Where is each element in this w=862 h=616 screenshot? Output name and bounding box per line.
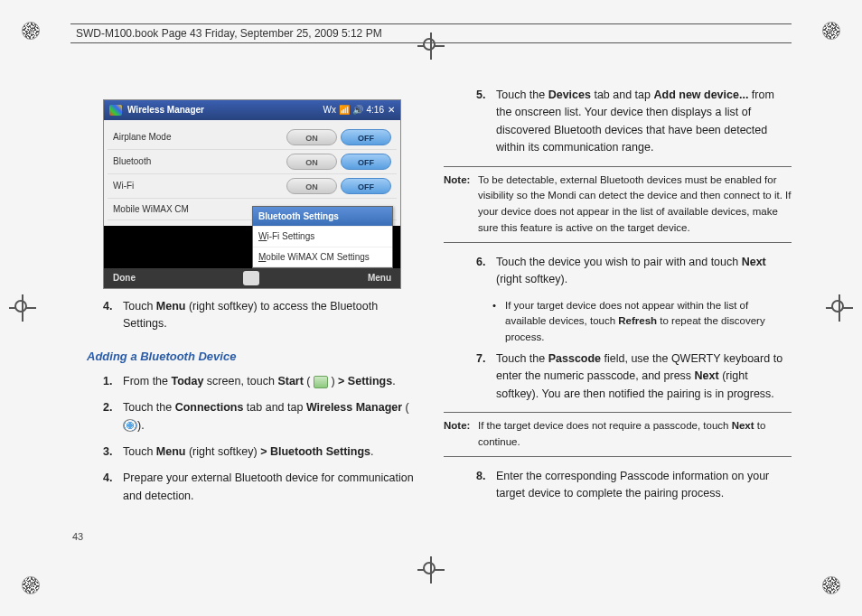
- row-label: Bluetooth: [113, 154, 283, 169]
- note-label: Note:: [444, 173, 478, 237]
- page-number: 43: [72, 531, 83, 542]
- right-column: 5. Touch the Devices tab and tap Add new…: [444, 81, 792, 553]
- screenshot-time: 4:16: [367, 103, 384, 117]
- step-number: 5.: [476, 87, 496, 157]
- crop-mark-tr: [822, 22, 840, 40]
- step-number: 2.: [103, 399, 123, 434]
- right-steps-5: 5. Touch the Devices tab and tap Add new…: [444, 87, 792, 157]
- softkey-done: Done: [113, 271, 136, 285]
- content-columns: Wireless Manager Wx 📶 🔊 4:16 ✕ Airplane …: [70, 81, 792, 553]
- crop-mark-br: [822, 576, 840, 594]
- bullet-text: If your target device does not appear wi…: [505, 298, 792, 346]
- step-2: 2. Touch the Connections tab and tap Wir…: [103, 399, 418, 434]
- note-detectable: Note: To be detectable, external Bluetoo…: [444, 166, 792, 243]
- registration-mark-left: [9, 294, 36, 322]
- registration-mark-bottom: [417, 556, 445, 583]
- step-text: Enter the corresponding Passcode informa…: [496, 468, 792, 503]
- step-text: Prepare your external Bluetooth device f…: [123, 470, 418, 505]
- note-label: Note:: [444, 418, 478, 451]
- menu-item-wifi-settings: Wi-Fi Settings: [253, 227, 392, 247]
- context-menu-popup: Bluetooth Settings Wi-Fi Settings Mobile…: [252, 206, 393, 269]
- screenshot-title-text: Wireless Manager: [127, 103, 204, 117]
- step-5: 5. Touch the Devices tab and tap Add new…: [476, 87, 792, 157]
- page-header: SWD-M100.book Page 43 Friday, September …: [70, 23, 792, 43]
- menu-item-bluetooth-settings: Bluetooth Settings: [253, 207, 392, 228]
- screenshot-titlebar: Wireless Manager Wx 📶 🔊 4:16 ✕: [104, 100, 400, 120]
- screenshot-status-area: Wx 📶 🔊 4:16 ✕: [323, 103, 395, 117]
- step-4-prepare: 4. Prepare your external Bluetooth devic…: [103, 470, 418, 505]
- section-heading: Adding a Bluetooth Device: [87, 348, 418, 366]
- step-4-menu: 4. Touch Menu (right softkey) to access …: [103, 298, 418, 333]
- adding-device-steps: 1. From the Today screen, touch Start ( …: [70, 373, 418, 505]
- step-number: 4.: [103, 470, 123, 505]
- step-text: Touch the Devices tab and tap Add new de…: [496, 87, 792, 157]
- step-number: 7.: [476, 350, 496, 403]
- steps-above-heading: 4. Touch Menu (right softkey) to access …: [70, 298, 418, 333]
- step-7: 7. Touch the Passcode field, use the QWE…: [476, 350, 792, 403]
- toggle-on: ON: [286, 154, 337, 170]
- crop-mark-tl: [22, 22, 40, 40]
- step-text: Touch the Passcode field, use the QWERTY…: [496, 350, 792, 403]
- row-wifi: Wi-Fi ON OFF: [108, 174, 397, 199]
- note-text: To be detectable, external Bluetooth dev…: [478, 173, 792, 237]
- row-airplane: Airplane Mode ON OFF: [108, 126, 397, 150]
- screenshot-footer: Done Menu: [104, 268, 400, 288]
- note-text: If the target device does not require a …: [478, 418, 792, 451]
- step-text: From the Today screen, touch Start ( ) >…: [123, 373, 418, 390]
- step-6: 6. Touch the device you wish to pair wit…: [476, 254, 792, 289]
- step-number: 8.: [476, 468, 496, 503]
- step-number: 4.: [103, 298, 123, 333]
- step-text: Touch Menu (right softkey) > Bluetooth S…: [123, 443, 418, 461]
- step-1: 1. From the Today screen, touch Start ( …: [103, 373, 418, 390]
- keyboard-icon: [243, 271, 259, 285]
- step-text: Touch the Connections tab and tap Wirele…: [123, 399, 418, 434]
- row-bluetooth: Bluetooth ON OFF: [108, 150, 397, 174]
- registration-mark-right: [826, 294, 853, 322]
- step-8: 8. Enter the corresponding Passcode info…: [476, 468, 792, 503]
- step-3: 3. Touch Menu (right softkey) > Bluetoot…: [103, 443, 418, 461]
- left-column: Wireless Manager Wx 📶 🔊 4:16 ✕ Airplane …: [70, 81, 418, 553]
- softkey-menu: Menu: [368, 271, 391, 285]
- step-number: 1.: [103, 373, 123, 390]
- step-text: Touch Menu (right softkey) to access the…: [123, 298, 418, 333]
- step-text: Touch the device you wish to pair with a…: [496, 254, 792, 289]
- status-indicators: Wx 📶 🔊: [323, 103, 363, 117]
- note-passcode: Note: If the target device does not requ…: [444, 412, 792, 457]
- crop-mark-bl: [22, 576, 40, 594]
- right-steps-7: 7. Touch the Passcode field, use the QWE…: [444, 350, 792, 403]
- toggle-off: OFF: [341, 154, 391, 170]
- menu-item-wimax-settings: Mobile WiMAX CM Settings: [253, 247, 392, 268]
- step-number: 3.: [103, 443, 123, 461]
- close-icon: ✕: [388, 103, 395, 117]
- right-steps-8: 8. Enter the corresponding Passcode info…: [444, 468, 792, 503]
- right-steps-6: 6. Touch the device you wish to pair wit…: [444, 254, 792, 289]
- wireless-signal-icon: [123, 419, 137, 432]
- toggle-off: OFF: [341, 129, 391, 145]
- step-number: 6.: [476, 254, 496, 289]
- row-label: Wi-Fi: [113, 179, 283, 193]
- row-label: Airplane Mode: [113, 130, 283, 145]
- toggle-on: ON: [286, 178, 337, 194]
- windows-flag-icon: [109, 105, 122, 116]
- wireless-manager-screenshot: Wireless Manager Wx 📶 🔊 4:16 ✕ Airplane …: [103, 99, 401, 289]
- toggle-on: ON: [286, 129, 337, 145]
- toggle-off: OFF: [341, 178, 391, 194]
- start-flag-icon: [314, 376, 328, 388]
- step-6-bullet: If your target device does not appear wi…: [492, 298, 792, 346]
